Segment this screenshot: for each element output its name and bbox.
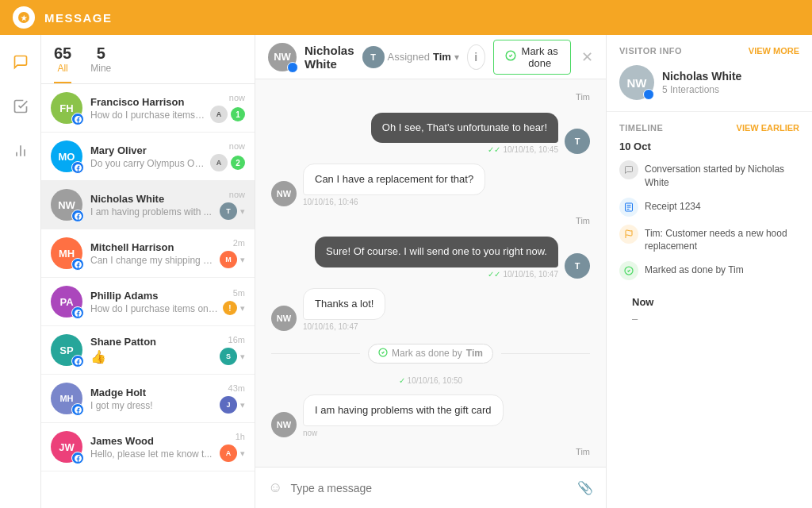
list-item[interactable]: NW Nicholas White I am having problems w…	[41, 181, 255, 229]
read-check-icon: ✓✓	[488, 270, 500, 279]
msg-time: now	[303, 429, 504, 437]
conv-meta: 5m ! ▾	[223, 288, 245, 315]
assigned-label: T Assigned Tim ▾	[362, 46, 459, 68]
channel-badge-icon	[71, 306, 84, 319]
channel-badge-icon	[71, 113, 84, 125]
msg-text: I am having problems with the gift card	[303, 394, 504, 426]
view-earlier-button[interactable]: VIEW EARLIER	[737, 123, 799, 133]
conv-list-header: 65 All 5 Mine	[41, 35, 255, 84]
chevron-down-icon[interactable]: ▾	[454, 52, 459, 63]
check-small-icon: ✓	[399, 376, 405, 385]
conv-preview: I am having problems with ...	[90, 206, 215, 217]
assigned-agent-name: Tim	[433, 51, 451, 63]
conv-meta: now A 1	[210, 93, 245, 123]
msg-bubble: Can I have a replacement for that? 10/10…	[303, 164, 485, 206]
marked-done-icon	[619, 261, 638, 280]
svg-text:★: ★	[21, 14, 28, 22]
conv-name: Madge Holt	[90, 387, 215, 398]
chat-header: NW Nicholas White T Assigned Tim ▾ i Mar…	[255, 35, 606, 79]
assign-avatar: S	[220, 348, 237, 365]
chat-contact-name: Nicholas White	[304, 44, 354, 71]
message-row: T Sure! Of course. I will send one to yo…	[271, 237, 590, 278]
assign-avatar: A	[210, 106, 228, 123]
timeline-item: Tim: Customer needs a new hood replaceme…	[619, 225, 799, 254]
info-button[interactable]: i	[467, 44, 485, 70]
emoji-button[interactable]: ☺	[268, 479, 282, 496]
list-item[interactable]: MH Madge Holt I got my dress! 43m J ▾	[41, 375, 255, 423]
mark-done-label[interactable]: Mark as done by Tim	[368, 344, 493, 364]
conv-preview: How do I purchase items o...	[90, 110, 205, 121]
tab-mine[interactable]: 5 Mine	[90, 44, 111, 83]
visitor-section-title: VISITOR INFO	[619, 46, 682, 56]
close-button[interactable]: ✕	[579, 44, 596, 70]
msg-text: Can I have a replacement for that?	[303, 164, 485, 195]
list-item[interactable]: FH Francisco Harrison How do I purchase …	[41, 84, 255, 133]
assigned-agent-avatar: T	[362, 46, 385, 68]
conv-time: 16m	[228, 335, 245, 344]
timeline-item-text: Tim: Customer needs a new hood replaceme…	[645, 225, 799, 254]
conv-name: Phillip Adams	[90, 290, 218, 302]
view-more-button[interactable]: VIEW MORE	[749, 46, 799, 56]
message-input[interactable]	[290, 482, 569, 495]
check-icon	[378, 348, 388, 360]
conv-time: 2m	[233, 238, 245, 248]
conv-preview: 👍	[90, 349, 215, 364]
msg-time: ✓✓ 10/10/16, 10:47	[315, 270, 558, 279]
conv-name: Mary Oliver	[90, 144, 205, 156]
nav-messages[interactable]	[6, 48, 35, 76]
list-item[interactable]: MH Mitchell Harrison Can I change my shi…	[41, 229, 255, 278]
nav-reports[interactable]	[6, 137, 35, 165]
message-row: NW I am having problems with the gift ca…	[271, 394, 590, 437]
conv-info: Nicholas White I am having problems with…	[90, 193, 215, 217]
message-row: T Oh I see, That's unfortunate to hear! …	[271, 113, 590, 154]
unread-badge: !	[223, 301, 237, 315]
conv-meta: 1h A ▾	[220, 432, 245, 462]
msg-time: ✓✓ 10/10/16, 10:45	[371, 145, 558, 154]
app-logo: ★	[13, 6, 35, 29]
list-item[interactable]: MO Mary Oliver Do you carry Olympus OM..…	[41, 133, 255, 181]
list-item[interactable]: JW James Wood Hello, please let me know …	[41, 423, 255, 471]
conv-info: James Wood Hello, please let me know t..…	[90, 435, 215, 460]
timeline-section: TIMELINE VIEW EARLIER 10 Oct Conversatio…	[607, 112, 812, 344]
channel-badge-icon	[71, 355, 84, 368]
fb-badge-icon	[643, 89, 654, 100]
channel-badge-icon	[71, 403, 84, 416]
msg-sender-label: Tim	[271, 92, 590, 102]
tab-all[interactable]: 65 All	[54, 44, 71, 83]
conv-preview: Can I change my shipping a...	[90, 255, 215, 266]
conv-preview: Do you carry Olympus OM...	[90, 158, 205, 169]
msg-text: Thanks a lot!	[303, 288, 385, 320]
chat-header-actions: T Assigned Tim ▾ i Mark as done ✕	[362, 40, 596, 75]
conv-info: Shane Patton 👍	[90, 336, 215, 364]
app-title: MESSAGE	[44, 11, 113, 25]
conv-meta: 2m M ▾	[220, 238, 245, 268]
visitor-section-header: VISITOR INFO VIEW MORE	[619, 46, 799, 56]
conv-info: Francisco Harrison How do I purchase ite…	[90, 96, 205, 121]
now-content: –	[632, 313, 787, 325]
conv-meta: 43m J ▾	[220, 383, 245, 414]
message-row: NW Thanks a lot! 10/10/16, 10:47	[271, 288, 590, 331]
mark-done-button[interactable]: Mark as done	[493, 40, 571, 75]
nav-tasks[interactable]	[6, 92, 35, 121]
attach-button[interactable]: 📎	[577, 480, 593, 495]
avatar: PA	[51, 286, 82, 318]
tab-all-label: All	[54, 63, 71, 74]
msg-agent-avatar: T	[565, 253, 590, 279]
avatar: NW	[51, 189, 82, 221]
list-item[interactable]: SP Shane Patton 👍 16m S ▾	[41, 326, 255, 375]
conv-name: Mitchell Harrison	[90, 241, 215, 253]
timeline-item-text: Marked as done by Tim	[645, 261, 744, 277]
list-item[interactable]: PA Phillip Adams How do I purchase items…	[41, 278, 255, 326]
visitor-interactions: 5 Interactions	[662, 84, 741, 95]
timeline-item: Conversation started by Nicholas White	[619, 160, 799, 190]
msg-bubble: Sure! Of course. I will send one to you …	[315, 237, 558, 278]
avatar: SP	[51, 334, 82, 366]
timeline-date: 10 Oct	[619, 140, 799, 152]
avatar: FH	[51, 92, 82, 124]
conv-tabs: 65 All 5 Mine	[54, 44, 242, 83]
assign-avatar: T	[220, 202, 237, 220]
msg-bubble: Thanks a lot! 10/10/16, 10:47	[303, 288, 385, 331]
chat-area: NW Nicholas White T Assigned Tim ▾ i Mar…	[255, 35, 606, 508]
chat-input-area: ☺ 📎	[255, 467, 606, 508]
msg-bubble: Oh I see, That's unfortunate to hear! ✓✓…	[371, 113, 558, 154]
